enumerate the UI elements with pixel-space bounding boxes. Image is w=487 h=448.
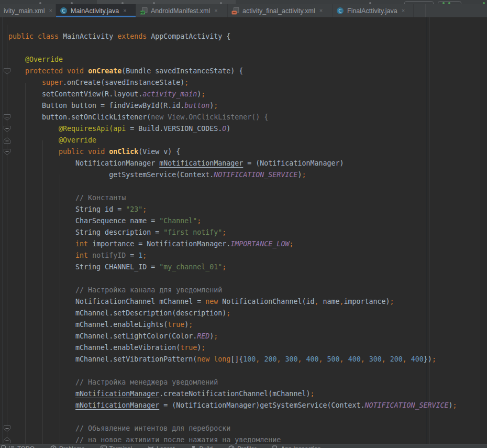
code-line-2[interactable]	[8, 42, 457, 54]
code-line-12[interactable]: NotificationManager mNotificationManager…	[8, 158, 457, 169]
close-icon[interactable]: ×	[123, 8, 126, 14]
code-line-6[interactable]: setContentView(R.layout.activity_main);	[8, 89, 457, 100]
tool-window-button-problems[interactable]: Problems	[50, 445, 85, 448]
gutter-fold-line	[7, 25, 7, 444]
code-line-10[interactable]: @Override	[8, 135, 457, 146]
svg-text:C: C	[338, 8, 341, 14]
tool-window-label: App Inspection	[281, 445, 321, 448]
close-icon[interactable]: ×	[49, 8, 52, 14]
tab-label: ivity_main.xml	[4, 7, 45, 15]
svg-text:C: C	[62, 8, 65, 14]
code-line-16[interactable]: String id = "23";	[8, 204, 457, 215]
fold-region-start-icon[interactable]	[3, 114, 11, 121]
code-line-1[interactable]: public class MainActivity extends AppCom…	[8, 31, 457, 42]
code-line-17[interactable]: CharSequence name = "Channel";	[8, 215, 457, 227]
close-icon[interactable]: ×	[319, 8, 323, 14]
terminal-icon	[101, 445, 107, 448]
tab-androidmanifest-xml[interactable]: MFAndroidManifest.xml×	[136, 4, 228, 17]
tool-window-button-logcat[interactable]: Logcat	[148, 445, 175, 448]
tool-window-bar: TODOProblemsTerminalLogcatBuildProfilerA…	[0, 444, 487, 448]
tool-window-label: Profiler	[237, 445, 256, 448]
code-line-14[interactable]	[8, 181, 457, 192]
close-icon[interactable]: ×	[214, 8, 217, 14]
fold-region-start-icon[interactable]	[3, 425, 11, 432]
tool-window-label: Terminal	[109, 445, 132, 448]
tab-label: FinalActtivity.java	[347, 7, 397, 15]
fold-region-start-icon[interactable]	[3, 68, 11, 75]
editor-tab-bar: ivity_main.xml×CMainActivity.java×MFAndr…	[0, 4, 487, 17]
fold-region-start-icon[interactable]	[3, 148, 11, 156]
tab-label: activity_final_acttivity.xml	[242, 7, 315, 15]
tool-window-label: TODO	[17, 445, 35, 448]
tool-window-button-terminal[interactable]: Terminal	[101, 445, 132, 448]
code-line-22[interactable]	[8, 273, 457, 285]
profiler-icon	[228, 445, 235, 448]
code-line-8[interactable]: button.setOnClickListener(new View.OnCli…	[8, 112, 457, 123]
code-line-36[interactable]: // на новое активити после нажатия на ув…	[8, 434, 457, 444]
code-line-24[interactable]: NotificationChannel mChannel = new Notif…	[8, 296, 457, 308]
app-inspection-icon	[272, 445, 279, 448]
build-hammer-icon	[191, 445, 197, 448]
tool-window-button-profiler[interactable]: Profiler	[228, 445, 256, 448]
tool-window-label: Build	[200, 445, 213, 448]
code-line-26[interactable]: mChannel.enableLights(true);	[8, 319, 457, 331]
tab-ivity-main-xml[interactable]: ivity_main.xml×	[0, 4, 56, 17]
android-studio-window: ivity_main.xml×CMainActivity.java×MFAndr…	[0, 0, 487, 448]
code-line-13[interactable]: getSystemService(Context.NOTIFICATION_SE…	[8, 169, 457, 181]
problems-icon	[50, 445, 57, 448]
code-line-19[interactable]: int importance = NotificationManager.IMP…	[8, 238, 457, 250]
layout-xml-file-icon	[231, 7, 239, 15]
fold-region-start-icon[interactable]	[3, 125, 11, 133]
code-editor[interactable]: public class MainActivity extends AppCom…	[0, 17, 487, 444]
code-line-27[interactable]: mChannel.setLightColor(Color.RED);	[8, 331, 457, 342]
fold-region-end-icon[interactable]	[3, 137, 11, 144]
code-text[interactable]: public class MainActivity extends AppCom…	[8, 31, 457, 444]
tool-window-button-todo[interactable]: TODO	[8, 445, 35, 448]
code-line-18[interactable]: String description = "first notify";	[8, 227, 457, 238]
indent-guide	[60, 174, 60, 444]
code-line-25[interactable]: mChannel.setDescription(description);	[8, 308, 457, 319]
tool-window-label: Problems	[59, 445, 85, 448]
tab-label: AndroidManifest.xml	[151, 7, 210, 15]
code-line-3[interactable]: @Override	[8, 54, 457, 65]
code-line-5[interactable]: super.onCreate(savedInstanceState);	[8, 77, 457, 89]
manifest-file-icon: MF	[140, 7, 148, 15]
code-line-9[interactable]: @RequiresApi(api = Build.VERSION_CODES.O…	[8, 123, 457, 135]
class-icon: C	[60, 7, 68, 15]
code-line-31[interactable]: // Настройка менеджера уведомлений	[8, 377, 457, 388]
run-configuration-selector[interactable]	[97, 0, 236, 4]
tab-mainactivity-java[interactable]: CMainActivity.java×	[56, 4, 136, 17]
todo-icon	[8, 445, 15, 448]
code-line-35[interactable]: // Обьявление интентов для переброски	[8, 423, 457, 434]
code-line-11[interactable]: public void onClick(View v) {	[8, 146, 457, 158]
code-line-7[interactable]: Button button = findViewById(R.id.button…	[8, 100, 457, 112]
svg-text:MF: MF	[140, 11, 145, 14]
code-line-28[interactable]: mChannel.enableVibration(true);	[8, 342, 457, 354]
code-line-21[interactable]: String CHANNEL_ID = "my_channel_01";	[8, 261, 457, 273]
tab-activity-final-acttivity-xml[interactable]: activity_final_acttivity.xml×	[228, 4, 333, 17]
main-toolbar	[0, 0, 487, 4]
indent-guide	[42, 140, 43, 444]
close-icon[interactable]: ×	[402, 8, 405, 14]
code-line-33[interactable]: mNotificationManager = (NotificationMana…	[8, 400, 457, 411]
code-line-4[interactable]: protected void onCreate(Bundle savedInst…	[8, 65, 457, 77]
logcat-icon	[148, 445, 154, 448]
code-line-20[interactable]: int notifyID = 1;	[8, 250, 457, 261]
class-icon: C	[336, 7, 344, 15]
tab-label: MainActivity.java	[71, 7, 119, 15]
tab-finalacttivity-java[interactable]: CFinalActtivity.java×	[333, 4, 414, 17]
code-line-23[interactable]: // Настройка канала для уведомлений	[8, 285, 457, 296]
tool-window-button-app-inspection[interactable]: App Inspection	[272, 445, 321, 448]
tool-window-corner-icon[interactable]	[1, 445, 6, 448]
tool-window-label: Logcat	[157, 445, 175, 448]
code-line-29[interactable]: mChannel.setVibrationPattern(new long[]{…	[8, 354, 457, 365]
fold-region-end-icon[interactable]	[3, 436, 11, 444]
tool-window-button-build[interactable]: Build	[191, 445, 213, 448]
code-line-34[interactable]	[8, 411, 457, 423]
code-line-32[interactable]: mNotificationManager.createNotificationC…	[8, 388, 457, 400]
code-line-15[interactable]: // Константы	[8, 192, 457, 204]
code-line-30[interactable]	[8, 365, 457, 377]
editor-left-edge	[2, 17, 3, 444]
tab-bar-divider	[425, 4, 426, 17]
indent-guide	[25, 83, 26, 444]
